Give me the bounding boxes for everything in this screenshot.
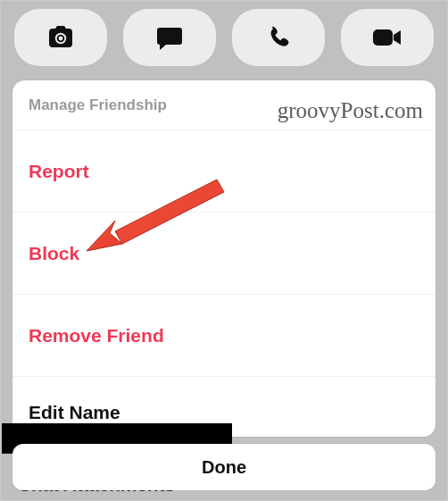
phone-icon (266, 25, 291, 50)
manage-friendship-sheet: Manage Friendship Report Block Remove Fr… (12, 80, 436, 437)
video-icon (372, 27, 402, 48)
remove-friend-label: Remove Friend (29, 325, 164, 347)
call-button[interactable] (232, 9, 325, 66)
chat-button[interactable] (123, 9, 216, 66)
edit-name-label: Edit Name (29, 402, 120, 423)
done-label: Done (202, 457, 246, 478)
block-label: Block (29, 243, 79, 264)
camera-button[interactable] (14, 9, 107, 66)
done-button[interactable]: Done (12, 444, 436, 490)
svg-point-2 (59, 37, 63, 41)
report-label: Report (29, 161, 89, 182)
block-option[interactable]: Block (12, 213, 436, 295)
svg-rect-3 (373, 29, 393, 46)
video-button[interactable] (341, 9, 434, 66)
action-button-row (0, 9, 448, 66)
camera-icon (46, 25, 76, 50)
report-option[interactable]: Report (12, 130, 436, 213)
remove-friend-option[interactable]: Remove Friend (12, 295, 436, 377)
chat-icon (156, 25, 183, 50)
watermark-text: groovyPost.com (278, 98, 423, 123)
